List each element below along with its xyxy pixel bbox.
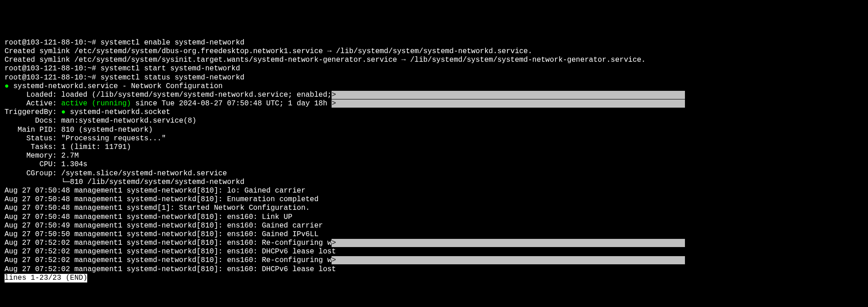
- triggeredby-value: systemd-networkd.socket: [65, 108, 170, 116]
- command-line-1: root@103-121-88-10:~# systemctl enable s…: [5, 39, 863, 47]
- status-dot-icon: ●: [5, 82, 9, 90]
- highlight-pad: [336, 91, 685, 99]
- loaded-line: Loaded: loaded (/lib/systemd/system/syst…: [5, 91, 863, 99]
- active-since: since Tue 2024-08-27 07:50:48 UTC; 1 day…: [131, 99, 332, 108]
- status-dot-icon: ●: [61, 108, 66, 116]
- active-line: Active: active (running) since Tue 2024-…: [5, 99, 863, 108]
- cpu-line: CPU: 1.304s: [5, 160, 863, 169]
- log-line: Aug 27 07:52:02 management1 systemd-netw…: [5, 256, 863, 265]
- terminal-area[interactable]: root@103-121-88-10:~# systemctl enable s…: [5, 39, 863, 282]
- log-line: Aug 27 07:52:02 management1 systemd-netw…: [5, 248, 863, 256]
- log-line: Aug 27 07:50:48 management1 systemd[1]: …: [5, 204, 863, 213]
- tasks-line: Tasks: 1 (limit: 11791): [5, 143, 863, 152]
- output-line: Created symlink /etc/systemd/system/sysi…: [5, 56, 863, 64]
- log-line: Aug 27 07:52:02 management1 systemd-netw…: [5, 265, 863, 274]
- output-line: Created symlink /etc/systemd/system/dbus…: [5, 47, 863, 56]
- service-title-line: ● systemd-networkd.service - Network Con…: [5, 82, 863, 91]
- log-line: Aug 27 07:50:48 management1 systemd-netw…: [5, 213, 863, 222]
- triggeredby-line: TriggeredBy: ● systemd-networkd.socket: [5, 108, 863, 117]
- truncation-marker: >: [332, 99, 336, 108]
- highlight-pad: [336, 239, 685, 247]
- pager-status[interactable]: lines 1-23/23 (END): [5, 274, 87, 282]
- log-text: Aug 27 07:52:02 management1 systemd-netw…: [5, 239, 332, 247]
- log-line: Aug 27 07:52:02 management1 systemd-netw…: [5, 239, 863, 248]
- log-line: Aug 27 07:50:49 management1 systemd-netw…: [5, 222, 863, 230]
- service-name: systemd-networkd.service - Network Confi…: [9, 82, 223, 90]
- mainpid-line: Main PID: 810 (systemd-network): [5, 126, 863, 134]
- log-line: Aug 27 07:50:48 management1 systemd-netw…: [5, 187, 863, 195]
- log-text: Aug 27 07:52:02 management1 systemd-netw…: [5, 256, 332, 264]
- loaded-text: Loaded: loaded (/lib/systemd/system/syst…: [5, 91, 332, 99]
- highlight-pad: [336, 256, 685, 264]
- truncation-marker: >: [332, 239, 336, 247]
- docs-line: Docs: man:systemd-networkd.service(8): [5, 117, 863, 125]
- cgroup-line: CGroup: /system.slice/systemd-networkd.s…: [5, 169, 863, 178]
- truncation-marker: >: [332, 91, 336, 99]
- triggeredby-label: TriggeredBy:: [5, 108, 61, 116]
- active-status: active (running): [61, 99, 131, 108]
- status-text-line: Status: "Processing requests...": [5, 134, 863, 143]
- command-line-3: root@103-121-88-10:~# systemctl status s…: [5, 74, 863, 82]
- cgroup-tree-line: └─810 /lib/systemd/system/systemd-networ…: [5, 178, 863, 187]
- highlight-pad: [336, 99, 685, 108]
- truncation-marker: >: [332, 256, 336, 264]
- memory-line: Memory: 2.7M: [5, 152, 863, 160]
- log-line: Aug 27 07:50:48 management1 systemd-netw…: [5, 195, 863, 204]
- log-line: Aug 27 07:50:50 management1 systemd-netw…: [5, 230, 863, 239]
- active-label: Active:: [5, 99, 61, 108]
- command-line-2: root@103-121-88-10:~# systemctl start sy…: [5, 64, 863, 73]
